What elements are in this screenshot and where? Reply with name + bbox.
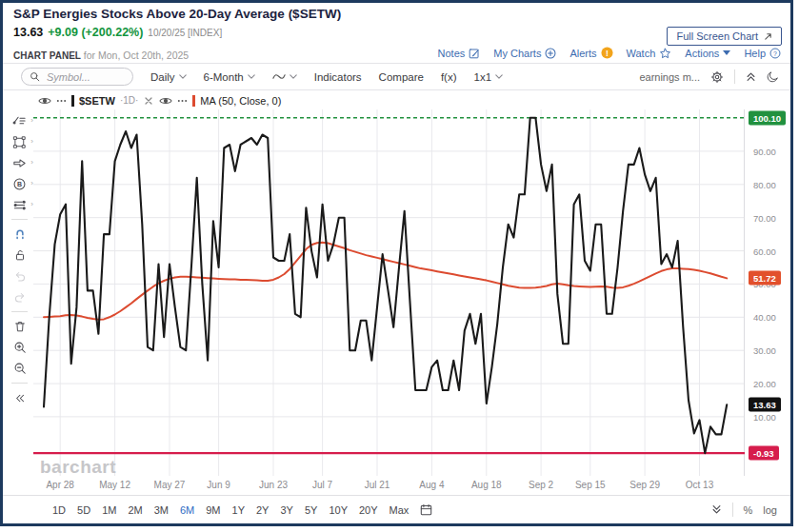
percent-scale-button[interactable]: %: [744, 504, 753, 516]
caret-down-icon: [723, 50, 730, 55]
price-axis[interactable]: 90.0080.0070.0060.0050.0040.0030.0020.00…: [746, 109, 793, 476]
more-options-icon[interactable]: [177, 99, 188, 103]
range-button-2y[interactable]: 2Y: [256, 504, 269, 516]
unlock-tool-icon[interactable]: [6, 245, 33, 266]
brush-tool-icon[interactable]: B›: [6, 173, 33, 194]
high-badge: 100.10: [749, 110, 786, 125]
magnet-tool-icon[interactable]: [6, 224, 33, 245]
line-type-icon: [272, 72, 286, 81]
chart-toolbar: Daily 6-Month Indicators Compare f(x) 1x…: [3, 64, 790, 89]
panel-label: CHART PANEL: [13, 50, 81, 61]
symbol-search-input[interactable]: [45, 70, 125, 84]
dark-mode-icon[interactable]: [767, 70, 779, 83]
note-icon: [469, 48, 480, 59]
zoom-in-tool-icon[interactable]: [6, 337, 33, 358]
collapse-tool-icon[interactable]: [6, 387, 33, 408]
range-button-2m[interactable]: 2M: [128, 504, 142, 516]
range-button-1y[interactable]: 1Y: [232, 504, 245, 516]
header-link-help[interactable]: Help?: [744, 48, 781, 59]
eye-icon[interactable]: [38, 96, 51, 106]
link-label: Actions: [685, 48, 719, 59]
range-button-1d[interactable]: 1D: [52, 504, 66, 516]
earnings-label: earnings m...: [639, 71, 700, 83]
x-axis-tick: Oct 13: [686, 480, 713, 490]
price-change: +9.09 (+200.22%): [48, 26, 143, 39]
header-link-actions[interactable]: Actions: [685, 48, 730, 59]
eye-icon[interactable]: [159, 96, 172, 106]
indicators-button[interactable]: Indicators: [314, 71, 362, 83]
star-icon: [659, 48, 671, 59]
circle-plus-icon: [545, 48, 556, 59]
symbol-search[interactable]: [21, 68, 133, 86]
collapse-panel-icon[interactable]: [711, 504, 722, 515]
svg-text:B: B: [17, 181, 22, 187]
expand-icon: [764, 32, 772, 41]
ma-badge: 51.72: [749, 271, 781, 286]
last-price: 13.63: [13, 26, 43, 39]
divider: [732, 502, 733, 517]
chart-plot-area[interactable]: [33, 109, 745, 476]
x-axis-tick: Apr 28: [46, 480, 73, 490]
quote-date: 10/20/25 [INDEX]: [148, 28, 222, 38]
x-axis-tick: Jun 23: [259, 480, 288, 490]
chart-panel-window: S&P Energies Stocks Above 20-Day Average…: [0, 0, 793, 526]
arrow-tool-icon[interactable]: ›: [6, 152, 33, 173]
close-icon[interactable]: [145, 97, 152, 105]
range-button-5y[interactable]: 5Y: [305, 504, 317, 516]
barchart-watermark: barchart: [40, 457, 116, 478]
range-button-3m[interactable]: 3M: [154, 504, 169, 516]
header-link-watch[interactable]: Watch: [627, 48, 672, 59]
search-icon: [30, 71, 40, 82]
collapse-toolbar-icon[interactable]: [746, 71, 756, 82]
period-dropdown[interactable]: Daily: [150, 71, 187, 83]
log-scale-button[interactable]: log: [763, 504, 777, 516]
range-button-6m[interactable]: 6M: [180, 504, 194, 516]
annotations-tool-icon[interactable]: ›: [6, 110, 33, 131]
chevron-down-icon: [248, 74, 255, 79]
x-axis-tick: Sep 2: [529, 480, 553, 490]
header-link-alerts[interactable]: Alerts!: [569, 47, 612, 59]
range-button-1m[interactable]: 1M: [102, 504, 116, 516]
full-screen-chart-button[interactable]: Full Screen Chart: [667, 27, 782, 46]
divider: [3, 89, 790, 90]
range-toolbar: 1D5D1M2M3M6M9M1Y2Y3Y5Y10Y20YMax % log: [3, 495, 790, 523]
trash-tool-icon[interactable]: [6, 316, 33, 337]
toolbar-right: earnings m...: [639, 69, 790, 84]
x-axis-tick: Jun 9: [207, 480, 230, 490]
x-axis-tick: Jul 21: [365, 480, 390, 490]
time-axis[interactable]: Apr 28May 12May 27Jun 9Jun 23Jul 7Jul 21…: [33, 480, 745, 492]
range-button-max[interactable]: Max: [390, 504, 409, 516]
chart-type-dropdown[interactable]: [272, 72, 297, 81]
bottom-right-controls: % log: [711, 502, 790, 517]
gear-icon[interactable]: [710, 70, 724, 84]
range-button-3y[interactable]: 3Y: [280, 504, 292, 516]
series1-symbol: $SETW: [79, 95, 115, 107]
x-axis-tick: Aug 18: [471, 480, 502, 490]
range-dropdown[interactable]: 6-Month: [204, 71, 255, 83]
range-button-10y[interactable]: 10Y: [329, 504, 348, 516]
chevron-down-icon: [179, 74, 187, 79]
zoom-out-tool-icon[interactable]: [6, 358, 33, 379]
series1-marker: [71, 95, 74, 107]
calendar-icon[interactable]: [420, 503, 432, 516]
divider: [734, 69, 735, 84]
y-axis-tick: 40.00: [753, 312, 776, 323]
undo-tool-icon[interactable]: [6, 266, 33, 286]
link-label: Watch: [627, 48, 656, 59]
chevron-down-icon: [495, 74, 503, 79]
range-button-5d[interactable]: 5D: [77, 504, 90, 516]
shapes-tool-icon[interactable]: ›: [6, 131, 33, 152]
lines-tool-icon[interactable]: ›: [6, 194, 33, 215]
compare-button[interactable]: Compare: [379, 71, 424, 83]
range-button-20y[interactable]: 20Y: [359, 504, 378, 516]
more-options-icon[interactable]: [56, 99, 67, 103]
redo-tool-icon[interactable]: [6, 286, 33, 307]
x-axis-tick: Sep 29: [629, 480, 660, 490]
range-button-9m[interactable]: 9M: [206, 504, 220, 516]
fx-button[interactable]: f(x): [441, 71, 457, 83]
y-axis-tick: 60.00: [753, 246, 776, 256]
divider: [11, 383, 28, 384]
grid-layout-dropdown[interactable]: 1x1: [474, 71, 504, 83]
header-link-notes[interactable]: Notes: [438, 48, 481, 59]
header-link-my-charts[interactable]: My Charts: [493, 48, 556, 59]
